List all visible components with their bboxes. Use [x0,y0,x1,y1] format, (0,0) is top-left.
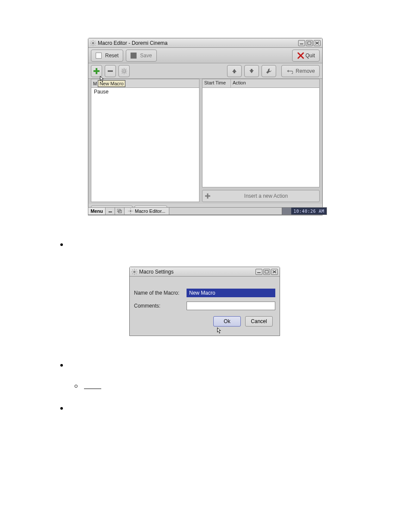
wrench-icon [265,68,272,75]
reset-label: Reset [105,53,118,59]
svg-marker-29 [249,70,254,73]
macro-list-header[interactable]: M New Macro [91,79,199,87]
svg-marker-31 [287,70,289,72]
bullet-icon [60,364,63,367]
ok-label: Ok [224,318,230,324]
window-title: Macro Editor - Doremi Cinema [98,40,168,46]
mouse-cursor-icon [217,327,222,334]
svg-rect-28 [234,72,235,73]
ok-button[interactable]: Ok [213,316,241,327]
cancel-label: Cancel [251,318,267,324]
plus-icon [93,67,100,75]
app-gear-icon [90,40,96,46]
reset-button[interactable]: Reset [91,50,123,62]
minimize-all-icon [108,209,112,213]
svg-marker-27 [232,69,237,72]
macro-editor-window: Macro Editor - Doremi Cinema Reset Save … [88,38,323,215]
name-input[interactable]: New Macro [187,289,275,297]
underline [84,389,101,389]
minimize-button[interactable] [298,40,305,46]
minimize-button[interactable] [255,269,262,275]
save-button[interactable]: Save [126,50,156,62]
svg-point-39 [130,210,131,212]
taskbar: Menu Macro Editor... 10:40:26 AM [88,207,327,215]
maximize-button[interactable] [306,40,313,46]
svg-line-7 [91,44,92,45]
plus-icon [204,193,211,199]
name-value: New Macro [189,290,215,296]
macro-list[interactable]: Pause [91,87,199,202]
taskbar-fill [169,208,282,215]
add-macro-button[interactable] [91,65,102,77]
titlebar[interactable]: Macro Settings [130,267,280,277]
taskbar-menu-button[interactable]: Menu [88,208,106,215]
svg-point-0 [92,42,94,44]
remove-action-button[interactable]: Remove [281,65,320,77]
svg-line-51 [132,273,133,274]
quit-label: Quit [305,53,315,59]
close-button[interactable] [314,40,321,46]
circle-bullet-icon [75,385,78,388]
arrow-up-icon [231,68,237,74]
col-action[interactable]: Action [231,79,319,87]
comments-input[interactable] [187,302,275,310]
action-list-header: Start Time Action [202,79,320,87]
save-label: Save [140,53,152,59]
svg-rect-30 [251,69,252,71]
editor-body: M New Macro Pause Start Time Action Inse… [88,79,322,204]
quit-button[interactable]: Quit [292,50,320,62]
col-start-time[interactable]: Start Time [202,79,231,87]
action-list[interactable] [202,87,320,187]
svg-line-49 [132,269,133,270]
svg-line-52 [136,269,137,270]
insert-action-label: Insert a new Action [215,193,318,199]
svg-line-5 [91,40,92,41]
bullet-icon [60,407,63,410]
taskbar-windows-button[interactable] [115,208,125,215]
move-up-button[interactable] [227,65,242,77]
comments-label: Comments: [134,303,184,309]
settings-macro-button[interactable] [118,65,130,77]
svg-point-18 [123,70,125,72]
quit-x-icon [297,52,305,59]
svg-line-6 [95,44,96,45]
taskbar-show-desktop-button[interactable] [106,208,115,215]
arrow-down-icon [249,68,255,74]
app-gear-icon [128,208,133,214]
titlebar[interactable]: Macro Editor - Doremi Cinema [88,38,322,48]
svg-line-24 [126,72,127,73]
remove-macro-button[interactable] [105,65,116,77]
mouse-cursor-icon [100,76,105,83]
disk-icon [131,53,137,59]
macro-header-prefix: M [93,81,97,86]
list-item[interactable]: Pause [94,89,196,95]
name-label: Name of the Macro: [134,290,184,296]
bullet-icon [60,243,63,246]
macro-settings-window: Macro Settings Name of the Macro: New Ma… [129,267,280,336]
close-button[interactable] [271,269,278,275]
svg-line-8 [95,40,96,41]
name-row: Name of the Macro: New Macro [134,289,275,297]
edit-action-button[interactable] [262,65,276,77]
move-down-button[interactable] [244,65,259,77]
taskbar-app-button[interactable]: Macro Editor... [125,208,169,215]
blank-doc-icon [96,53,102,59]
maximize-button[interactable] [263,269,270,275]
taskbar-tray[interactable] [282,208,291,215]
gear-icon [121,68,128,75]
dialog-buttons: Ok Cancel [134,314,275,327]
taskbar-app-label: Macro Editor... [135,208,165,214]
insert-action-button[interactable]: Insert a new Action [202,190,320,202]
svg-rect-54 [265,271,268,273]
window-title: Macro Settings [139,269,174,275]
undo-icon [286,68,293,75]
windows-icon [117,209,122,213]
macro-toolbar: Remove [88,63,322,79]
svg-line-23 [122,69,123,70]
svg-line-25 [122,72,123,73]
remove-label: Remove [296,68,315,74]
cancel-button[interactable]: Cancel [245,316,273,327]
app-gear-icon [131,269,137,275]
svg-rect-10 [308,42,311,44]
action-pane: Start Time Action Insert a new Action [202,79,320,202]
